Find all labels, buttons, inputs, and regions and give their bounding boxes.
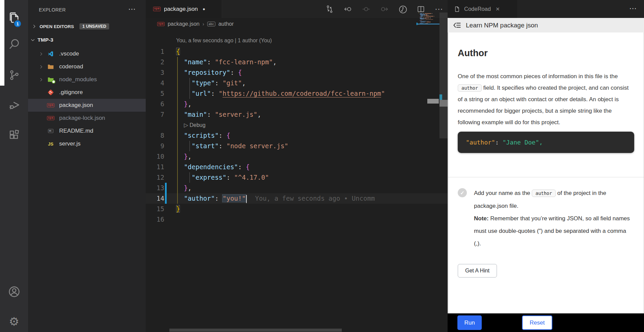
npm-file-icon: npm <box>157 22 165 26</box>
file-icon <box>454 6 460 13</box>
line-number: 13 <box>146 183 164 193</box>
indent-guide <box>189 172 190 183</box>
horizontal-scrollbar[interactable] <box>169 329 342 332</box>
code-line-15[interactable]: 15} <box>146 204 448 214</box>
open-changes-icon[interactable] <box>325 5 334 14</box>
tree-item--gitignore[interactable]: .gitignore <box>28 86 146 99</box>
minimap-current-line <box>417 24 439 25</box>
chevron-down-icon <box>29 37 36 43</box>
split-editor-icon[interactable] <box>416 5 425 14</box>
code-area[interactable]: You, a few seconds ago | 1 author (You) … <box>146 30 448 225</box>
coderoad-panel: CodeRoad ✕ ⋯ Learn NPM package json Auth… <box>448 0 644 332</box>
line-number: 2 <box>146 57 164 67</box>
line-number: 5 <box>146 88 164 99</box>
git-icon <box>47 88 55 96</box>
tree-item-label: coderoad <box>59 63 83 70</box>
tab-coderoad[interactable]: CodeRoad ✕ <box>448 0 517 18</box>
panel-more-actions-icon[interactable]: ⋯ <box>629 4 637 13</box>
code-line-13[interactable]: 13 }, <box>146 183 448 193</box>
tree-item-node-modules[interactable]: node_modules <box>28 73 146 86</box>
line-number: 14 <box>146 193 164 204</box>
line-number: 7 <box>146 109 164 120</box>
go-back-icon[interactable] <box>343 5 352 14</box>
tree-item-label: package.json <box>59 102 93 109</box>
inline-blame: You, a few seconds ago • Uncomm <box>255 195 375 202</box>
npm-file-icon: npm <box>153 7 161 11</box>
tree-item-label: .gitignore <box>59 89 83 96</box>
task-check-icon: ✓ <box>458 188 467 197</box>
vscode-icon <box>47 50 55 58</box>
account-icon[interactable] <box>0 280 28 304</box>
tab-label: package.json <box>164 6 198 13</box>
tree-item-server-js[interactable]: JSserver.js <box>28 137 146 150</box>
tab-package-json[interactable]: npm package.json ● <box>146 0 222 18</box>
folder-node-icon <box>47 75 55 84</box>
code-line-7[interactable]: 7 "main": "server.js", <box>146 109 448 120</box>
tree-item-package-json[interactable]: npmpackage.json <box>28 99 146 112</box>
tree-item-label: node_modules <box>59 76 97 83</box>
breadcrumb-file[interactable]: package.json <box>168 21 199 27</box>
tree-item-label: server.js <box>59 140 80 147</box>
open-editors-section[interactable]: OPEN EDITORS 1 UNSAVED <box>28 20 146 33</box>
more-actions-icon[interactable]: ⋯ <box>435 5 443 14</box>
codelens-debug[interactable]: ▷ Debug <box>146 120 448 130</box>
lesson-title: Learn NPM package json <box>466 22 538 29</box>
code-line-16[interactable]: 16 <box>146 214 448 225</box>
tree-item-label: .vscode <box>59 50 79 57</box>
modified-line-indicator <box>165 193 167 204</box>
file-tree: .vscodecoderoadnode_modules.gitignorenpm… <box>28 47 146 150</box>
tree-item-package-lock-json[interactable]: npmpackage-lock.json <box>28 112 146 125</box>
indent-guide <box>189 78 190 99</box>
extensions-icon[interactable] <box>0 124 28 147</box>
code-line-4[interactable]: 4 "type": "git", <box>146 78 448 88</box>
code-line-3[interactable]: 3 "repository": { <box>146 67 448 78</box>
editor-tab-bar: npm package.json ● ⋯ <box>146 0 448 18</box>
scrollbar-handle[interactable] <box>439 100 448 107</box>
explorer-sidebar: EXPLORER ⋯ OPEN EDITORS 1 UNSAVED TMP-3 … <box>28 0 146 332</box>
record-icon[interactable] <box>362 5 371 14</box>
code-line-11[interactable]: 11 "dependencies": { <box>146 162 448 172</box>
window-edge-strip <box>0 0 4 86</box>
lessons-list-icon[interactable] <box>452 21 461 30</box>
close-icon[interactable]: ✕ <box>496 6 500 12</box>
breadcrumb-symbol[interactable]: author <box>218 21 234 27</box>
code-line-14[interactable]: 14 "author": "you!"You, a few seconds ag… <box>146 193 448 204</box>
tree-item-label: README.md <box>59 128 93 134</box>
explorer-header: EXPLORER ⋯ <box>28 0 146 20</box>
code-line-2[interactable]: 2 "name": "fcc-learn-npm", <box>146 57 448 67</box>
chevron-right-icon <box>38 50 44 57</box>
go-forward-icon[interactable] <box>380 5 389 14</box>
chevron-right-icon <box>31 23 38 30</box>
code-line-8[interactable]: 8 "scripts": { <box>146 130 448 141</box>
reset-button[interactable]: Reset <box>522 315 552 330</box>
panel-tab-bar: CodeRoad ✕ ⋯ <box>448 0 644 18</box>
run-debug-icon[interactable] <box>0 93 28 117</box>
code-line-9[interactable]: 9 "start": "node server.js" <box>146 141 448 151</box>
minimap[interactable] <box>419 13 439 26</box>
tree-item--vscode[interactable]: .vscode <box>28 47 146 60</box>
modified-dot-icon[interactable]: ● <box>202 6 205 12</box>
code-line-10[interactable]: 10 }, <box>146 151 448 162</box>
code-line-12[interactable]: 12 "express": "^4.17.0" <box>146 172 448 183</box>
code-line-1[interactable]: 1{ <box>146 46 448 57</box>
workspace-root-folder[interactable]: TMP-3 <box>28 33 146 47</box>
coderoad-run-icon[interactable] <box>398 5 407 14</box>
tree-item-readme-md[interactable]: M↓README.md <box>28 125 146 137</box>
indent-guide <box>189 141 190 151</box>
lesson-content: Author One of the most common pieces of … <box>448 32 644 313</box>
settings-icon[interactable]: ⚙ <box>0 310 28 332</box>
js-icon: JS <box>47 140 55 148</box>
explorer-more-actions-icon[interactable]: ⋯ <box>128 5 136 14</box>
code-line-6[interactable]: 6 }, <box>146 99 448 109</box>
markdown-icon: M↓ <box>47 127 55 135</box>
vertical-scrollbar[interactable] <box>439 13 448 138</box>
line-number: 1 <box>146 46 164 57</box>
run-button[interactable]: Run <box>457 315 482 330</box>
code-line-5[interactable]: 5 "url": "https://github.com/coderoad/fc… <box>146 88 448 99</box>
lesson-code-block: "author": "Jane Doe", <box>458 132 634 153</box>
tree-item-coderoad[interactable]: coderoad <box>28 60 146 73</box>
codelens-authors[interactable]: You, a few seconds ago | 1 author (You) <box>176 38 448 46</box>
task-item: ✓ Add your name as the author of the pro… <box>458 187 634 250</box>
panel-resize-handle[interactable] <box>427 99 439 104</box>
get-hint-button[interactable]: Get A Hint <box>458 264 497 278</box>
